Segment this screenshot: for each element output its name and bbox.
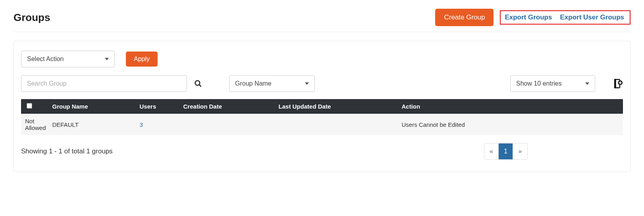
- select-action-label: Select Action: [27, 55, 64, 63]
- export-user-groups-link[interactable]: Export User Groups: [560, 13, 624, 21]
- export-links-box: Export Groups Export User Groups: [500, 10, 631, 25]
- filter-by-label: Group Name: [235, 80, 272, 87]
- page-title: Groups: [13, 11, 50, 24]
- page-header: Groups Create Group Export Groups Export…: [13, 9, 631, 32]
- select-action-dropdown[interactable]: Select Action: [21, 51, 115, 67]
- cell-last-updated: [276, 114, 399, 135]
- col-action: Action: [399, 99, 623, 114]
- cell-users-link[interactable]: 3: [140, 121, 143, 128]
- header-actions: Create Group Export Groups Export User G…: [435, 9, 631, 26]
- chevron-down-icon: [305, 82, 309, 85]
- page-next-button[interactable]: »: [513, 143, 527, 159]
- cell-creation-date: [180, 114, 276, 135]
- bulk-action-row: Select Action Apply: [21, 51, 623, 67]
- table-row: Not Allowed DEFAULT 3 Users Cannot be Ed…: [21, 114, 623, 135]
- select-all-checkbox[interactable]: [27, 103, 32, 109]
- page-prev-button[interactable]: «: [484, 143, 499, 159]
- create-group-button[interactable]: Create Group: [435, 9, 494, 26]
- filter-by-dropdown[interactable]: Group Name: [229, 75, 315, 92]
- search-icon[interactable]: [194, 80, 202, 88]
- add-column-icon[interactable]: [611, 78, 623, 90]
- search-input[interactable]: [21, 75, 187, 92]
- svg-point-0: [195, 81, 200, 86]
- entries-dropdown[interactable]: Show 10 entries: [510, 75, 595, 92]
- col-group-name[interactable]: Group Name: [49, 99, 137, 114]
- groups-table: Group Name Users Creation Date Last Upda…: [21, 99, 623, 135]
- entries-label: Show 10 entries: [516, 80, 562, 87]
- col-users[interactable]: Users: [137, 99, 180, 114]
- cell-group-name: DEFAULT: [49, 114, 137, 135]
- apply-button[interactable]: Apply: [126, 52, 158, 67]
- col-creation-date[interactable]: Creation Date: [180, 99, 276, 114]
- export-groups-link[interactable]: Export Groups: [505, 13, 552, 21]
- chevron-down-icon: [585, 82, 589, 85]
- showing-text: Showing 1 - 1 of total 1 groups: [21, 147, 113, 155]
- table-footer: Showing 1 - 1 of total 1 groups « 1 »: [21, 143, 623, 160]
- table-header-row: Group Name Users Creation Date Last Upda…: [21, 99, 623, 114]
- page-1-button[interactable]: 1: [499, 143, 513, 159]
- col-checkbox: [21, 99, 49, 114]
- cell-action: Users Cannot be Edited: [399, 114, 623, 135]
- groups-card: Select Action Apply Group Name Show 10 e…: [13, 41, 631, 172]
- svg-line-1: [199, 85, 201, 87]
- chevron-down-icon: [105, 58, 109, 60]
- cell-select: Not Allowed: [21, 114, 49, 135]
- col-last-updated[interactable]: Last Updated Date: [276, 99, 399, 114]
- filter-row: Group Name Show 10 entries: [21, 75, 623, 92]
- pagination: « 1 »: [484, 143, 528, 160]
